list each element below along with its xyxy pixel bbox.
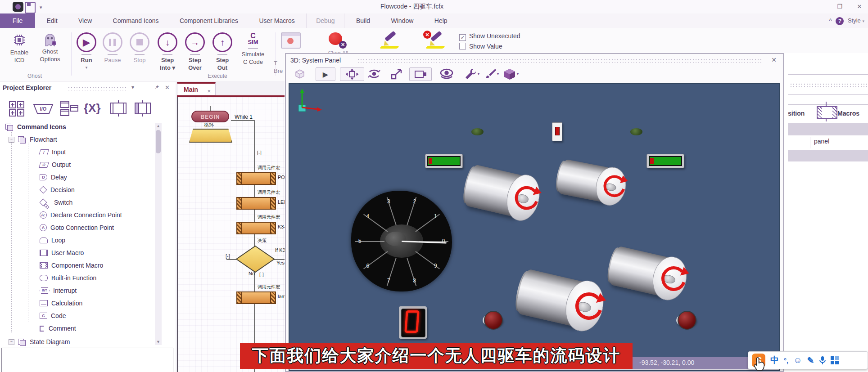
cursor-mode-button[interactable]: ▶ xyxy=(316,67,335,81)
menu-component-libraries[interactable]: Component Libraries xyxy=(170,13,248,28)
simulate-c-code-button[interactable]: C SIM Simulate C Code xyxy=(236,31,270,66)
dc-motor-component[interactable] xyxy=(606,242,691,304)
scrollbar-thumb[interactable] xyxy=(156,130,161,153)
checkbox-icon[interactable]: ✓ xyxy=(459,34,466,41)
dc-motor-component[interactable] xyxy=(461,161,544,224)
component-macro-node[interactable] xyxy=(236,291,276,304)
table-row[interactable] xyxy=(788,123,868,135)
flowchart-loop-node[interactable] xyxy=(189,129,232,143)
tree-item-flowchart[interactable]: − Flowchart xyxy=(9,134,57,145)
green-led-component[interactable] xyxy=(630,128,642,135)
switch-component[interactable] xyxy=(552,122,562,141)
style-menu[interactable]: Style xyxy=(848,17,861,24)
step-out-button[interactable]: ↑ Step Out xyxy=(211,31,234,72)
step-into-button[interactable]: ↓ Step Into ▾ xyxy=(155,31,180,72)
dc-motor-component[interactable] xyxy=(555,156,629,208)
collapse-toggle[interactable]: [-] xyxy=(226,253,230,259)
dc-motor-component[interactable] xyxy=(513,265,608,335)
show-value-checkbox[interactable]: Show Value xyxy=(459,43,502,50)
drag-handle[interactable] xyxy=(790,83,868,87)
selection-box-button[interactable] xyxy=(409,67,432,81)
wrench-tool-icon[interactable]: ▾ xyxy=(463,67,480,80)
tree-item-loop[interactable]: Loop xyxy=(40,234,65,246)
io-icon[interactable]: I/O xyxy=(32,103,54,117)
table-row[interactable] xyxy=(788,150,868,161)
seven-segment-display[interactable] xyxy=(399,306,427,339)
menu-user-macros[interactable]: User Macros xyxy=(249,13,304,28)
clear-highlight-pen-button[interactable]: ✕ xyxy=(425,32,446,49)
scroll-down-icon[interactable]: ▼ xyxy=(155,339,162,345)
component-macro-node[interactable] xyxy=(236,197,276,210)
ghost-options-button[interactable]: Ghost Options xyxy=(35,31,65,63)
menu-window[interactable]: Window xyxy=(382,13,423,28)
component-macro-node[interactable] xyxy=(236,222,276,234)
run-button[interactable]: ▶ Run ▾ xyxy=(75,31,98,72)
tree-item-delay[interactable]: D Delay xyxy=(40,171,67,183)
ime-emoji-icon[interactable]: ☺ xyxy=(793,355,802,365)
highlight-pen-button[interactable] xyxy=(379,32,400,49)
menu-command-icons[interactable]: Command Icons xyxy=(104,13,168,28)
rotary-dial-component[interactable]: 0123456789 xyxy=(351,191,452,291)
scale-mode-button[interactable] xyxy=(389,67,406,80)
menu-file[interactable]: File xyxy=(0,13,35,28)
macro-shape-icon[interactable] xyxy=(108,100,129,118)
tree-item-switch[interactable]: Switch xyxy=(40,197,72,208)
drag-handle[interactable] xyxy=(357,58,762,63)
component-macro-shape-icon[interactable] xyxy=(132,100,153,118)
scroll-up-icon[interactable]: ▲ xyxy=(155,123,162,129)
move-mode-button[interactable] xyxy=(340,67,364,81)
quick-access-caret-icon[interactable]: ▾ xyxy=(40,4,42,10)
tree-item-goto-connection-point[interactable]: A Goto Connection Point xyxy=(40,222,114,233)
tree-item-built-in-function[interactable]: Built-in Function xyxy=(40,272,96,284)
enable-icd-button[interactable]: Enable ICD xyxy=(5,31,33,64)
collapse-icon[interactable]: − xyxy=(9,137,14,143)
step-over-button[interactable]: → Step Over xyxy=(183,31,207,72)
ime-toolbox-icon[interactable] xyxy=(831,356,839,364)
flowchart-begin-node[interactable]: BEGIN xyxy=(191,111,229,122)
help-icon[interactable]: ? xyxy=(836,17,844,25)
table-cell-panel[interactable]: panel xyxy=(814,138,829,145)
restore-button[interactable]: ❐ xyxy=(832,2,847,12)
macros-label[interactable]: Macros xyxy=(837,110,859,117)
close-button[interactable]: ✕ xyxy=(852,2,867,12)
menu-help[interactable]: Help xyxy=(425,13,457,28)
collapse-toggle[interactable]: [-] xyxy=(257,150,262,155)
collapse-icon[interactable]: − xyxy=(9,339,14,345)
tree-root[interactable]: Command Icons xyxy=(5,121,66,133)
3d-panel-titlebar[interactable]: 3D: System Panel ✕ xyxy=(286,54,783,67)
3d-viewport[interactable]: 0123456789 -93.52, -30.21, 0.00 xyxy=(289,83,780,371)
pause-button[interactable]: Pause xyxy=(100,31,125,64)
visibility-eye-icon[interactable] xyxy=(437,67,456,80)
ime-language-toggle[interactable]: 中 xyxy=(770,354,779,366)
bar-led-component[interactable] xyxy=(646,154,684,168)
chevron-down-icon[interactable]: ▾ xyxy=(131,84,134,90)
paint-brush-icon[interactable]: ▾ xyxy=(482,67,500,80)
rotate-mode-button[interactable] xyxy=(366,67,382,80)
pin-icon[interactable]: 📌︎ xyxy=(154,84,159,90)
tree-item-output[interactable]: O Output xyxy=(40,159,71,170)
tree-item-input[interactable]: | Input xyxy=(40,146,66,158)
tree-item-interrupt[interactable]: INT Interrupt xyxy=(40,285,77,296)
tree-item-code[interactable]: C Code xyxy=(40,310,66,322)
drag-handle[interactable] xyxy=(68,86,126,90)
tab-main[interactable]: Main × xyxy=(177,82,216,95)
bar-led-component[interactable] xyxy=(425,154,463,168)
ribbon-collapse-button[interactable]: ^ xyxy=(829,17,832,24)
stop-button[interactable]: Stop xyxy=(128,31,151,64)
checkbox-icon[interactable] xyxy=(459,43,466,49)
tree-item-state-diagram[interactable]: − State Diagram xyxy=(9,336,70,348)
close-panel-icon[interactable]: ✕ xyxy=(771,56,777,63)
braces-x-icon[interactable]: {X} xyxy=(84,101,101,115)
tree-item-decision[interactable]: Decision xyxy=(40,184,75,196)
tree-scrollbar[interactable]: ▲ ▼ xyxy=(155,123,162,345)
material-cube-icon[interactable]: ▾ xyxy=(500,67,521,80)
tree-item-calculation[interactable]: Calculation xyxy=(40,297,82,309)
tree-item-declare-connection-point[interactable]: A: Declare Connection Point xyxy=(40,209,122,221)
menu-view[interactable]: View xyxy=(69,13,101,28)
tree-item-component-macro[interactable]: Component Macro xyxy=(40,260,103,271)
menu-build[interactable]: Build xyxy=(347,13,380,28)
ime-punctuation-toggle[interactable]: °, xyxy=(784,357,788,364)
tree-item-comment[interactable]: Comment xyxy=(40,323,76,334)
close-panel-icon[interactable]: ✕ xyxy=(165,84,170,91)
minimize-button[interactable]: – xyxy=(809,2,825,12)
